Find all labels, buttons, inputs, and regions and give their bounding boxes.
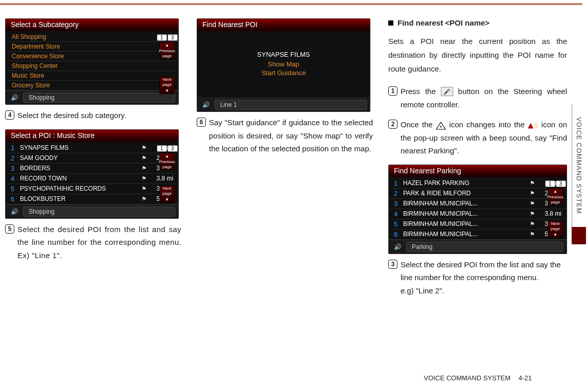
arrow-down-icon [165, 88, 169, 94]
step-text: Select the desired sub category. [17, 109, 181, 122]
svg-point-1 [440, 126, 442, 128]
step-text-part: Press the [401, 87, 441, 96]
flag-icon: ⚑ [528, 200, 537, 207]
device-footer: 🔊 Shopping [6, 204, 178, 218]
poi-options: SYNAPSE FILMS Show Map Start Guidance [197, 32, 370, 93]
page-current: 1 [157, 145, 167, 152]
footer-pill: Shopping [23, 93, 175, 103]
step-3: 3 Select the desired POI from the list a… [388, 258, 567, 297]
footer-pill: Parking [406, 242, 563, 252]
footer-page-number: 4-21 [519, 374, 532, 382]
poi-name: BLOCKBUSTER [20, 195, 139, 202]
device-body: 1HAZEL PARK PARKING⚑2.0 mi2PARK & RIDE M… [389, 177, 567, 240]
line-number: 1 [11, 144, 20, 152]
prev-page-button[interactable]: Previous page [159, 42, 175, 59]
section-tab: VOICE COMMAND SYSTEM [572, 104, 586, 227]
list-item: 6BLOCKBUSTER⚑5.1 mi [6, 194, 178, 204]
step-number: 4 [5, 110, 14, 120]
screenshot-subcategory: Select a Subcategory All Shopping Depart… [5, 18, 179, 105]
category-row: All Shopping [6, 32, 178, 42]
section-heading: Find nearest <POI name> [388, 18, 567, 27]
heading-text: Find nearest <POI name> [397, 18, 489, 27]
mic-icon: 🔊 [392, 243, 403, 251]
category-row: Shopping Center [6, 61, 178, 71]
list-item: 4BIRMINHAM MUNICIPAL...⚑3.8 mi [389, 209, 567, 219]
flag-icon: ⚑ [528, 180, 537, 187]
list-item: 6BIRMINHAM MUNICIPAL...⚑5.1 mi [389, 230, 567, 240]
flag-icon: ⚑ [139, 165, 149, 172]
step-number: 6 [197, 118, 206, 127]
column-1: Select a Subcategory All Shopping Depart… [5, 18, 181, 304]
option-show-map[interactable]: Show Map [197, 60, 370, 68]
triangle-icon [436, 121, 446, 129]
prev-page-button[interactable]: Previous page [159, 153, 175, 170]
list-item: 2PARK & RIDE MILFORD⚑2.5 mi [389, 189, 567, 199]
nav-sidebar: 1 3 Previous page Next page [158, 34, 176, 94]
step-text: Say "Start guidance" if guidance to the … [209, 116, 373, 155]
poi-name: HAZEL PARK PARKING [403, 179, 528, 187]
list-item: 2SAM GOODY⚑2.5 mi [6, 153, 178, 164]
section-accent [572, 227, 586, 244]
flag-icon: ⚑ [139, 155, 149, 162]
poi-name: PARK & RIDE MILFORD [403, 190, 528, 197]
page-total: 3 [168, 145, 178, 152]
column-3: Find nearest <POI name> Sets a POI near … [388, 18, 567, 304]
line-number: 4 [394, 210, 403, 218]
nav-sidebar: 1 3 Previous page Next page [546, 180, 565, 238]
mic-icon: 🔊 [9, 94, 20, 102]
list-item: 5PSYCHOPATHIHIC RECORDS⚑3.9 mi [6, 184, 178, 194]
list-item: 3BIRMINHAM MUNICIPAL...⚑3.5 mi [389, 199, 567, 209]
page-current: 1 [157, 34, 167, 41]
step-text: Select the desired POI from the list and… [17, 223, 181, 262]
category-row: Music Store [6, 71, 178, 81]
poi-title: SYNAPSE FILMS [197, 51, 370, 58]
flag-icon: ⚑ [139, 196, 149, 202]
line-number: 3 [11, 165, 20, 172]
prev-page-button[interactable]: Previous page [548, 188, 563, 205]
device-footer: 🔊 Shopping [6, 90, 178, 104]
step-number: 2 [388, 120, 397, 129]
device-header: Find Nearest POI [197, 19, 370, 31]
list-item: 4RECORD TOWN⚑3.8 mi [6, 174, 178, 184]
device-footer: 🔊 Parking [389, 240, 567, 254]
flag-icon: ⚑ [139, 186, 149, 192]
poi-name: BORDERS [20, 165, 139, 172]
step-2: 2 Once the icon changes into the icon on… [388, 118, 567, 157]
column-2: Find Nearest POI SYNAPSE FILMS Show Map … [197, 18, 373, 304]
step-5: 5 Select the desired POI from the list a… [5, 223, 181, 262]
screenshot-nearest-parking: Find Nearest Parking 1HAZEL PARK PARKING… [388, 165, 567, 254]
step-4: 4 Select the desired sub category. [5, 109, 181, 122]
poi-name: BIRMINHAM MUNICIPAL... [403, 231, 528, 238]
poi-name: SAM GOODY [20, 154, 139, 162]
option-start-guidance[interactable]: Start Guidance [197, 69, 370, 77]
step-1: 1 Press the 🎤 button on the Steering whe… [388, 85, 567, 111]
intro-text: Sets a POI near the current position as … [388, 34, 567, 76]
step-text: Press the 🎤 button on the Steering wheel… [401, 85, 567, 111]
step-text-part: icon changes into the [449, 120, 528, 129]
footer-label: VOICE COMMAND SYSTEM [424, 374, 511, 382]
mic-icon: 🔊 [9, 208, 20, 216]
next-label: Next page [548, 221, 562, 232]
next-page-button[interactable]: Next page [548, 221, 563, 238]
arrow-down-icon [553, 232, 557, 238]
footer-pill: Shopping [23, 207, 175, 217]
next-page-button[interactable]: Next page [159, 77, 175, 94]
line-number: 5 [11, 185, 20, 193]
step-text: Once the icon changes into the icon on t… [401, 118, 567, 157]
prev-label: Previous page [159, 159, 175, 170]
flag-icon: ⚑ [528, 231, 537, 238]
category-row: Convenience Store [6, 52, 178, 61]
line-number: 6 [11, 195, 20, 203]
list-item: 1HAZEL PARK PARKING⚑2.0 mi [389, 178, 567, 189]
step-number: 1 [388, 86, 397, 96]
prev-label: Previous page [159, 49, 175, 59]
arrow-up-icon [553, 189, 557, 194]
flag-icon: ⚑ [139, 175, 149, 182]
arrow-up-icon [165, 42, 169, 48]
next-page-button[interactable]: Next page [159, 186, 175, 203]
device-header: Find Nearest Parking [389, 165, 567, 177]
step-text: Select the desired POI from the list and… [401, 258, 567, 297]
line-number: 5 [394, 220, 403, 228]
arrow-down-icon [165, 197, 169, 202]
screenshot-poi-list: Select a POI : Music Store 1SYNAPSE FILM… [5, 129, 179, 219]
